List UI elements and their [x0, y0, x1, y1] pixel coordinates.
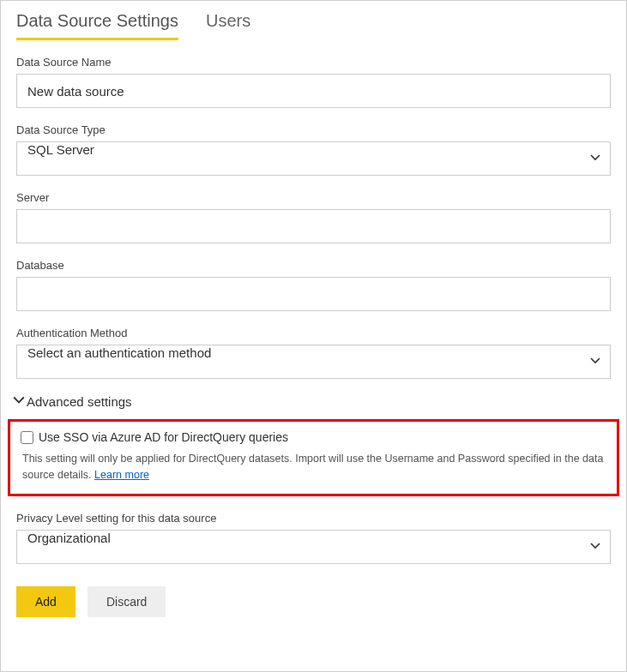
- chevron-down-icon: [13, 394, 25, 409]
- auth-method-label: Authentication Method: [16, 327, 611, 339]
- data-source-name-input[interactable]: [16, 74, 611, 108]
- sso-highlight-box: Use SSO via Azure AD for DirectQuery que…: [8, 419, 619, 496]
- auth-method-select[interactable]: Select an authentication method: [16, 345, 611, 379]
- privacy-level-label: Privacy Level setting for this data sour…: [16, 512, 611, 525]
- server-input[interactable]: [16, 209, 611, 243]
- sso-azure-ad-checkbox[interactable]: [21, 431, 33, 444]
- learn-more-link[interactable]: Learn more: [94, 469, 149, 481]
- sso-description: This setting will only be applied for Di…: [21, 451, 606, 483]
- privacy-level-select[interactable]: Organizational: [16, 530, 611, 564]
- data-source-type-select[interactable]: SQL Server: [16, 141, 611, 176]
- tab-users[interactable]: Users: [206, 11, 250, 40]
- data-source-type-label: Data Source Type: [16, 123, 611, 136]
- sso-checkbox-label: Use SSO via Azure AD for DirectQuery que…: [39, 430, 288, 444]
- discard-button[interactable]: Discard: [87, 586, 166, 617]
- database-input[interactable]: [16, 277, 611, 311]
- server-label: Server: [16, 191, 611, 204]
- data-source-name-label: Data Source Name: [16, 56, 611, 69]
- database-label: Database: [16, 259, 611, 272]
- advanced-settings-toggle[interactable]: Advanced settings: [13, 394, 611, 409]
- add-button[interactable]: Add: [16, 586, 75, 617]
- advanced-settings-label: Advanced settings: [27, 394, 132, 409]
- tab-data-source-settings[interactable]: Data Source Settings: [16, 11, 178, 40]
